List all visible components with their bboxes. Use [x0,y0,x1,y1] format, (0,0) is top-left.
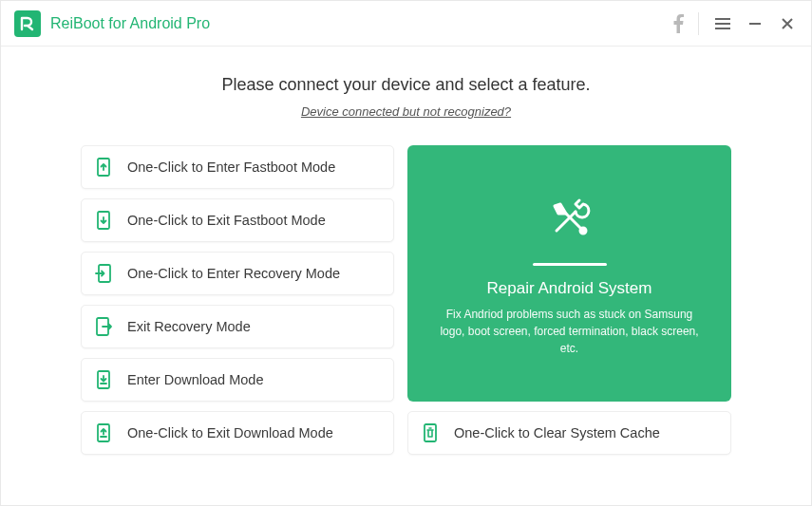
phone-download-icon [93,369,114,390]
exit-fastboot-button[interactable]: One-Click to Exit Fastboot Mode [81,198,394,242]
feature-right-column: Repair Android System Fix Andriod proble… [407,145,731,455]
tools-icon [543,191,596,248]
svg-rect-11 [425,424,436,441]
option-label: Exit Recovery Mode [127,319,251,334]
divider [533,263,607,266]
enter-fastboot-button[interactable]: One-Click to Enter Fastboot Mode [81,145,394,189]
option-label: One-Click to Exit Fastboot Mode [127,213,326,228]
app-window: ReiBoot for Android Pro Pl [0,0,812,506]
option-label: One-Click to Enter Fastboot Mode [127,159,335,175]
main-content: Please connect your device and select a … [1,47,811,505]
enter-download-button[interactable]: Enter Download Mode [81,358,394,402]
feature-grid: One-Click to Enter Fastboot Mode One-Cli… [81,145,731,455]
exit-recovery-button[interactable]: Exit Recovery Mode [81,305,394,348]
svg-point-10 [580,228,586,234]
repair-android-card[interactable]: Repair Android System Fix Andriod proble… [407,145,731,402]
svg-rect-0 [715,18,730,20]
phone-arrow-in-icon [93,263,114,284]
phone-up-icon [93,157,114,178]
option-label: One-Click to Exit Download Mode [127,425,333,440]
app-logo-icon [14,10,41,37]
app-title: ReiBoot for Android Pro [50,15,210,32]
separator [698,12,699,35]
title-bar: ReiBoot for Android Pro [1,1,811,47]
svg-rect-1 [715,23,730,25]
main-heading: Please connect your device and select a … [81,75,731,95]
close-button[interactable] [773,9,802,38]
minimize-button[interactable] [741,9,769,38]
repair-description: Fix Andriod problems such as stuck on Sa… [434,306,705,357]
phone-trash-icon [420,422,441,443]
svg-rect-2 [715,28,730,29]
facebook-icon[interactable] [664,9,692,38]
device-not-recognized-link[interactable]: Device connected but not recognized? [81,104,731,119]
phone-upload-icon [93,422,114,443]
svg-rect-3 [749,23,761,25]
feature-left-column: One-Click to Enter Fastboot Mode One-Cli… [81,145,394,455]
phone-arrow-out-icon [93,316,114,337]
menu-icon[interactable] [708,9,737,38]
clear-cache-button[interactable]: One-Click to Clear System Cache [407,411,731,455]
exit-download-button[interactable]: One-Click to Exit Download Mode [81,411,394,455]
option-label: One-Click to Enter Recovery Mode [127,266,340,281]
option-label: Enter Download Mode [127,372,263,387]
option-label: One-Click to Clear System Cache [454,425,660,440]
repair-title: Repair Android System [487,279,652,298]
enter-recovery-button[interactable]: One-Click to Enter Recovery Mode [81,252,394,295]
phone-down-icon [93,210,114,231]
